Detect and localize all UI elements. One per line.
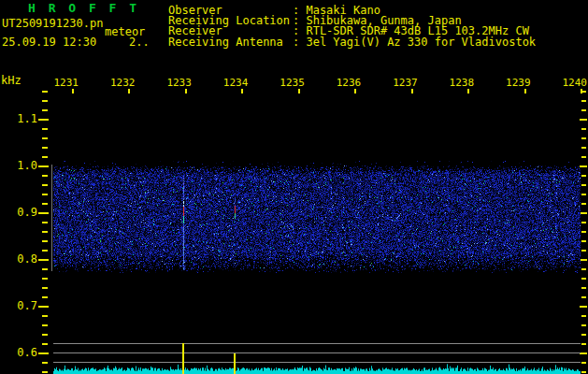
receiving-antenna-value: : 3el Yagi(V) Az 330 for Vladivostok	[293, 36, 536, 48]
freq-minor-tick	[42, 278, 48, 280]
freq-minor-tick	[42, 203, 48, 205]
freq-label: 1.0	[2, 160, 37, 171]
freq-major-tick-right	[580, 352, 587, 354]
freq-minor-tick	[42, 184, 48, 186]
datetime-label: 25.09.19 12:30	[2, 36, 96, 48]
freq-minor-tick	[42, 240, 48, 242]
freq-minor-tick-right	[581, 175, 586, 177]
freq-minor-tick	[42, 334, 48, 336]
freq-minor-tick	[42, 343, 48, 345]
freq-minor-tick	[42, 128, 48, 130]
freq-minor-tick	[42, 231, 48, 233]
time-label: 1234	[210, 78, 248, 89]
freq-minor-tick-right	[581, 334, 586, 336]
freq-minor-tick-right	[581, 371, 586, 373]
freq-major-tick	[38, 306, 49, 308]
time-label: 1235	[267, 78, 305, 89]
freq-major-tick-right	[580, 259, 587, 261]
freq-label: 0.7	[2, 300, 37, 311]
freq-major-tick	[38, 352, 49, 354]
freq-minor-tick-right	[581, 91, 586, 93]
freq-minor-tick	[42, 315, 48, 317]
freq-minor-tick-right	[581, 222, 586, 223]
hrofft-screen: H R O F F T UT2509191230.pn meteor 25.09…	[0, 0, 588, 374]
freq-minor-tick-right	[581, 343, 586, 345]
freq-minor-tick	[42, 371, 48, 373]
freq-minor-tick-right	[581, 287, 586, 289]
freq-label: 0.9	[2, 207, 37, 218]
freq-minor-tick	[42, 100, 48, 102]
freq-minor-tick	[42, 137, 48, 139]
freq-major-tick	[38, 212, 49, 214]
freq-minor-tick	[42, 222, 48, 223]
time-label: 1233	[154, 78, 192, 89]
freq-minor-tick-right	[581, 250, 586, 252]
freq-minor-tick-right	[581, 315, 586, 317]
freq-minor-tick-right	[581, 147, 586, 149]
freq-minor-tick	[42, 194, 48, 195]
freq-minor-tick-right	[581, 296, 586, 298]
freq-minor-tick-right	[581, 203, 586, 205]
freq-minor-tick-right	[581, 362, 586, 364]
freq-major-tick-right	[580, 212, 587, 214]
freq-minor-tick	[42, 268, 48, 270]
time-label: 1237	[380, 78, 418, 89]
freq-major-tick	[38, 165, 49, 167]
freq-minor-tick-right	[581, 128, 586, 130]
freq-minor-tick-right	[581, 137, 586, 139]
time-label: 1240	[550, 78, 587, 89]
freq-major-tick	[38, 119, 49, 121]
freq-minor-tick	[42, 324, 48, 326]
freq-minor-tick-right	[581, 268, 586, 270]
freq-minor-tick-right	[581, 278, 586, 280]
time-label: 1232	[97, 78, 135, 89]
freq-major-tick-right	[580, 306, 587, 308]
freq-minor-tick	[42, 175, 48, 177]
freq-minor-tick-right	[581, 100, 586, 102]
khz-unit-label: kHz	[1, 75, 22, 86]
time-label: 1238	[437, 78, 474, 89]
freq-label: 0.6	[2, 347, 37, 358]
freq-major-tick	[38, 259, 49, 261]
freq-minor-tick	[42, 147, 48, 149]
freq-label: 0.8	[2, 253, 37, 265]
freq-minor-tick	[42, 362, 48, 364]
freq-minor-tick-right	[581, 240, 586, 242]
freq-minor-tick-right	[581, 324, 586, 326]
freq-minor-tick	[42, 91, 48, 93]
freq-minor-tick-right	[581, 231, 586, 233]
freq-minor-tick	[42, 109, 48, 111]
freq-minor-tick	[42, 296, 48, 298]
freq-minor-tick-right	[581, 194, 586, 195]
freq-minor-tick	[42, 250, 48, 252]
spectrogram-canvas	[53, 94, 581, 374]
freq-major-tick-right	[580, 165, 587, 167]
receiving-antenna-label: Receiving Antenna	[168, 36, 283, 48]
freq-minor-tick-right	[581, 156, 586, 158]
freq-label: 1.1	[2, 113, 37, 124]
freq-minor-tick	[42, 156, 48, 158]
freq-minor-tick	[42, 287, 48, 289]
freq-minor-tick-right	[581, 109, 586, 111]
freq-minor-tick-right	[581, 184, 586, 186]
echo-counter: 2..	[129, 36, 150, 48]
time-label: 1239	[494, 78, 531, 89]
output-filename: UT2509191230.pn	[2, 18, 103, 29]
time-label: 1231	[41, 78, 79, 89]
time-label: 1236	[323, 78, 361, 89]
app-title: H R O F F T	[28, 3, 139, 14]
spectrogram-left-border	[51, 165, 52, 271]
freq-major-tick-right	[580, 119, 587, 121]
